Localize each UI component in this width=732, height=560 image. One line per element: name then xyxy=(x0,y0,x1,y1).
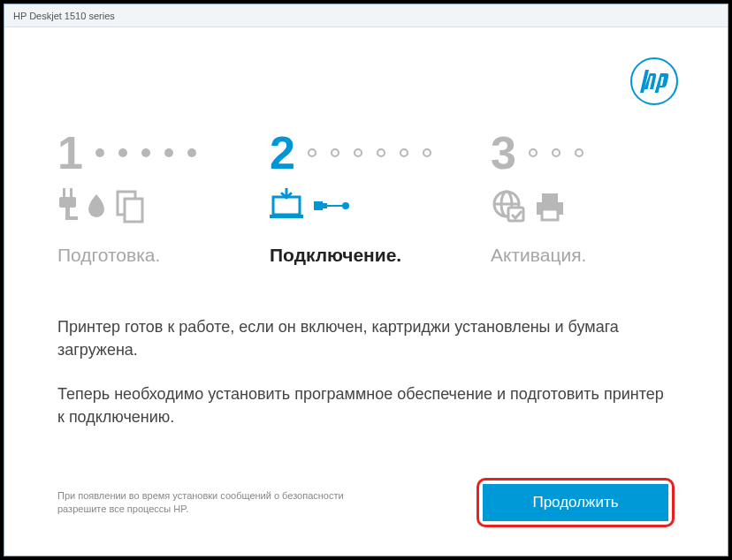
svg-rect-1 xyxy=(63,188,65,197)
svg-rect-7 xyxy=(125,199,142,222)
progress-dot xyxy=(95,148,104,157)
svg-rect-9 xyxy=(314,201,323,210)
svg-rect-10 xyxy=(323,203,327,208)
continue-button[interactable]: Продолжить xyxy=(483,484,668,521)
window-title: HP Deskjet 1510 series xyxy=(13,11,115,21)
step-label-prepare: Подготовка. xyxy=(57,245,270,266)
progress-dot xyxy=(552,148,560,157)
security-note: При появлении во время установки сообщен… xyxy=(57,489,376,517)
svg-rect-5 xyxy=(65,216,78,220)
progress-dot xyxy=(400,148,408,157)
svg-rect-4 xyxy=(65,208,70,216)
step-number-3: 3 xyxy=(491,130,515,176)
progress-dot xyxy=(529,148,538,157)
instruction-text: Принтер готов к работе, если он включен,… xyxy=(57,315,675,428)
progress-dot xyxy=(164,148,173,157)
step-label-activate: Активация. xyxy=(491,245,675,266)
progress-dot xyxy=(354,148,362,157)
progress-dot xyxy=(377,148,385,157)
svg-rect-8 xyxy=(270,215,303,218)
continue-button-highlight: Продолжить xyxy=(477,478,675,527)
progress-dot xyxy=(187,148,196,157)
instruction-paragraph-2: Теперь необходимо установить программное… xyxy=(57,382,675,428)
hp-logo xyxy=(630,57,678,105)
svg-rect-11 xyxy=(327,205,343,207)
svg-point-12 xyxy=(342,202,349,209)
progress-dot xyxy=(575,148,583,157)
progress-dot xyxy=(423,148,431,157)
step-connect: 2 xyxy=(270,125,491,266)
step-activate: 3 xyxy=(491,125,675,266)
svg-rect-17 xyxy=(542,193,558,202)
title-bar: HP Deskjet 1510 series xyxy=(4,4,728,27)
step-number-2: 2 xyxy=(270,130,294,176)
svg-rect-2 xyxy=(70,188,72,197)
svg-rect-3 xyxy=(59,197,76,208)
progress-dot xyxy=(141,148,150,157)
step-label-connect: Подключение. xyxy=(270,245,491,266)
step-prepare: 1 xyxy=(57,125,270,266)
progress-dot xyxy=(118,148,127,157)
installer-window: HP Deskjet 1510 series 1 xyxy=(4,4,728,556)
instruction-paragraph-1: Принтер готов к работе, если он включен,… xyxy=(57,315,675,361)
step-number-1: 1 xyxy=(57,130,81,176)
progress-steps: 1 xyxy=(57,125,675,266)
progress-dot xyxy=(308,148,316,157)
svg-rect-19 xyxy=(542,209,558,220)
progress-dot xyxy=(331,148,339,157)
